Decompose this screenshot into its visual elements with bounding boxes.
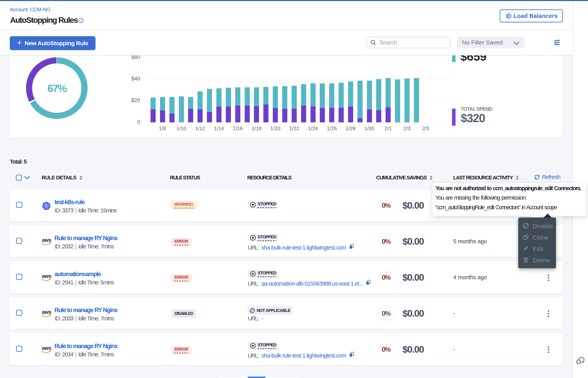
- svg-text:aws: aws: [42, 273, 51, 279]
- svg-text:aws: aws: [42, 237, 51, 243]
- svg-text:aws: aws: [42, 309, 51, 315]
- svg-text:aws: aws: [42, 345, 51, 351]
- svg-text:67%: 67%: [47, 82, 67, 94]
